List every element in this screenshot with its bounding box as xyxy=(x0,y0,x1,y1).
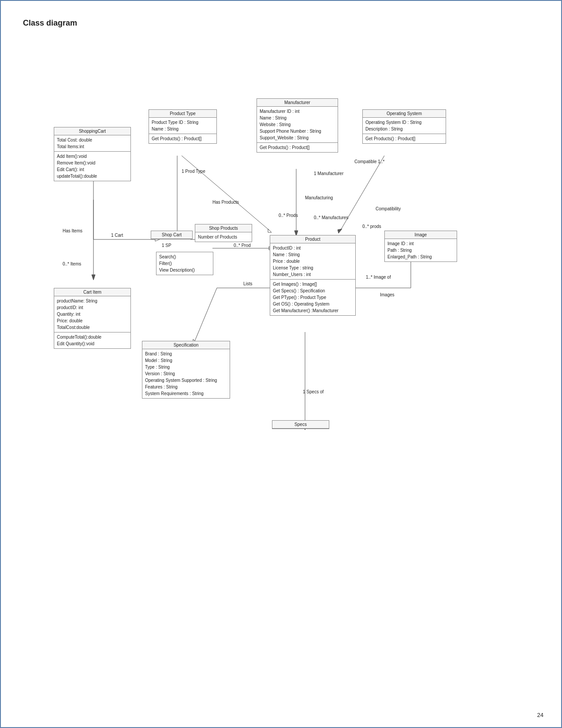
cart-item-methods: ComputeTotal():double Edit Quantity():vo… xyxy=(54,332,130,348)
box-operating-system: Operating System Operating System ID : S… xyxy=(362,109,446,144)
cart-item-title: Cart Item xyxy=(54,288,130,296)
specification-attrs: Brand : String Model : String Type : Str… xyxy=(142,349,230,398)
specification-title: Specification xyxy=(142,341,230,349)
label-has-items: Has Items xyxy=(63,228,82,233)
shop-products-title: Shop Products xyxy=(195,224,252,232)
label-one-star-image-of: 1..* Image of xyxy=(366,275,391,280)
box-shop-cart-methods: Search() Filter() View Description() xyxy=(156,252,213,275)
product-methods: Get Images() : Image[] Get Specs() : Spe… xyxy=(270,279,355,315)
box-specs: Specs xyxy=(272,420,329,429)
product-type-methods: Get Products() : Product[] xyxy=(149,134,216,143)
os-attrs: Operating System ID : String Description… xyxy=(363,118,446,134)
svg-line-6 xyxy=(182,156,270,231)
label-zero-star-prod: 0..* Prod xyxy=(234,243,251,248)
label-one-specs-of: 1 Specs of xyxy=(303,389,324,394)
product-title: Product xyxy=(270,235,355,243)
box-product-type: Product Type Product Type ID : String Na… xyxy=(149,109,217,144)
label-one-manufacturer: 1 Manufacturer xyxy=(314,171,343,176)
shopping-cart-title: ShoppingCart xyxy=(54,127,130,135)
shop-cart-methods: Search() Filter() View Description() xyxy=(156,252,213,275)
label-zero-star-manufactures: 0..* Manufactures xyxy=(314,215,348,220)
label-zero-star-prods: 0..* Prods xyxy=(279,213,298,218)
product-attrs: ProductID : int Name : String Price : do… xyxy=(270,243,355,279)
box-shopping-cart: ShoppingCart Total Cost: double Total It… xyxy=(54,127,131,181)
page-number: 24 xyxy=(537,712,543,718)
label-zero-star-items: 0..* Items xyxy=(63,261,81,266)
manufacturer-title: Manufacturer xyxy=(257,99,338,107)
label-lists: Lists xyxy=(243,281,253,286)
shopping-cart-attrs: Total Cost: double Total Items:int xyxy=(54,135,130,151)
box-manufacturer: Manufacturer Manufacturer ID : int Name … xyxy=(257,98,338,153)
product-type-attrs: Product Type ID : String Name : String xyxy=(149,118,216,134)
box-specification: Specification Brand : String Model : Str… xyxy=(142,341,230,399)
os-title: Operating System xyxy=(363,110,446,118)
label-compatible: Compatible 1..* xyxy=(354,159,384,164)
shop-products-attrs: Number of Products xyxy=(195,232,252,242)
manufacturer-methods: Get Products() : Product[] xyxy=(257,142,338,152)
label-has-products: Has Products xyxy=(212,200,239,205)
label-manufacturing: Manufacturing xyxy=(305,195,333,200)
specs-title: Specs xyxy=(272,421,329,429)
svg-marker-13 xyxy=(338,229,342,233)
svg-line-20 xyxy=(195,288,217,341)
label-zero-star-prods2: 0..* prods xyxy=(362,224,381,229)
svg-marker-7 xyxy=(268,229,272,232)
shopping-cart-methods: Add Item():void Remove Item():void Edit … xyxy=(54,151,130,181)
box-shop-products: Shop Products Number of Products xyxy=(195,224,252,242)
shop-cart-title: Shop Cart xyxy=(151,231,192,239)
label-one-sp: 1 SP xyxy=(162,243,171,248)
image-title: Image xyxy=(385,231,457,239)
label-images: Images xyxy=(380,292,395,297)
diagram-area: ShoppingCart Total Cost: double Total It… xyxy=(23,41,539,636)
label-one-cart: 1 Cart xyxy=(111,233,123,238)
cart-item-attrs: productName: String productID: int Quant… xyxy=(54,296,130,332)
page-title: Class diagram xyxy=(23,19,539,28)
box-product: Product ProductID : int Name : String Pr… xyxy=(270,235,356,316)
svg-marker-4 xyxy=(92,275,95,280)
box-cart-item: Cart Item productName: String productID:… xyxy=(54,288,131,349)
product-type-title: Product Type xyxy=(149,110,216,118)
page: Class diagram xyxy=(0,0,562,728)
label-one-prod-type: 1 Prod Type xyxy=(182,169,205,174)
manufacturer-attrs: Manufacturer ID : int Name : String Webs… xyxy=(257,107,338,142)
image-attrs: Image ID : int Path : String Enlarged_Pa… xyxy=(385,239,457,261)
box-image: Image Image ID : int Path : String Enlar… xyxy=(384,231,457,262)
box-shop-cart: Shop Cart xyxy=(151,231,193,239)
os-methods: Get Products() : Product[] xyxy=(363,134,446,143)
label-compatibility: Compatibility xyxy=(376,206,401,211)
